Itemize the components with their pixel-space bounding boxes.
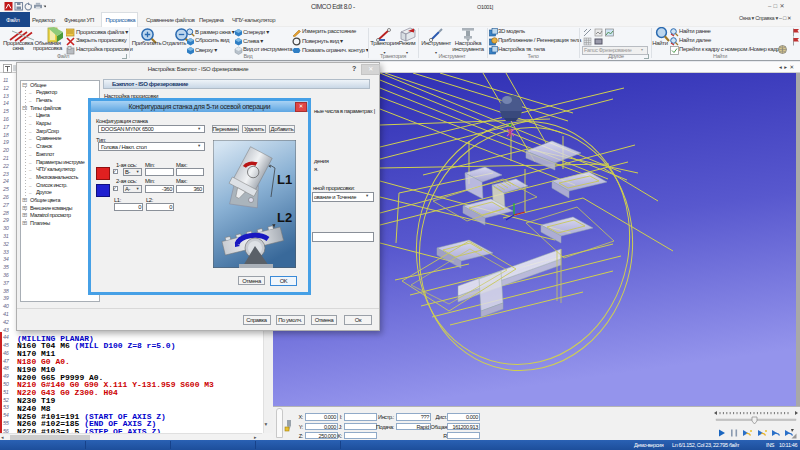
svg-text:L2: L2 — [277, 210, 292, 225]
svg-text:L1: L1 — [277, 172, 292, 187]
